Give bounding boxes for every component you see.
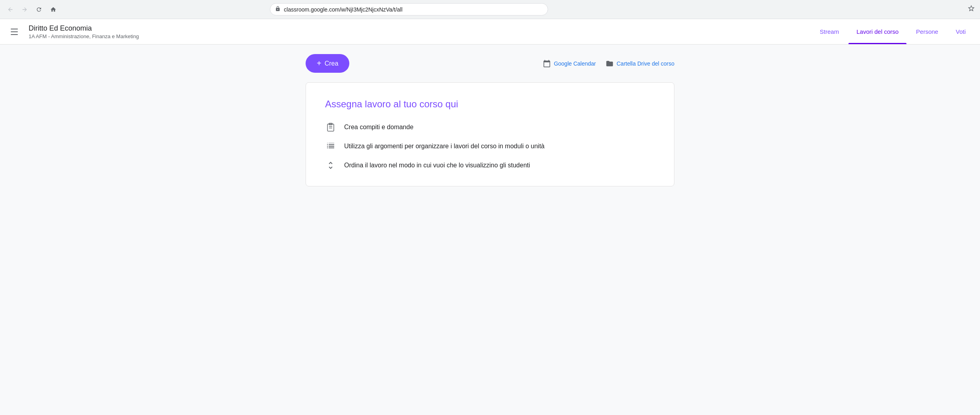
tab-voti[interactable]: Voti (948, 19, 974, 44)
info-item-3-text: Ordina il lavoro nel modo in cui vuoi ch… (344, 162, 530, 169)
course-info: Diritto Ed Economia 1A AFM - Amministraz… (29, 24, 139, 39)
tab-stream[interactable]: Stream (812, 19, 847, 44)
tab-lavori-del-corso[interactable]: Lavori del corso (848, 19, 906, 44)
tab-persone[interactable]: Persone (908, 19, 946, 44)
browser-chrome: classroom.google.com/w/NjI3Mjc2NjcxNzVa/… (0, 0, 980, 19)
forward-button[interactable] (19, 4, 30, 15)
folder-icon (606, 60, 614, 68)
info-item-1-text: Crea compiti e domande (344, 124, 413, 131)
main-content: + Crea Google Calendar Cartella Drive de… (299, 45, 681, 196)
info-item-3: Ordina il lavoro nel modo in cui vuoi ch… (325, 161, 655, 170)
svg-rect-4 (326, 144, 334, 144)
plus-icon: + (317, 59, 322, 68)
info-items: Crea compiti e domande Utilizza gli argo… (325, 122, 655, 170)
home-button[interactable] (48, 4, 59, 15)
drive-folder-label: Cartella Drive del corso (617, 60, 675, 67)
back-button[interactable] (5, 4, 16, 15)
info-card: Assegna lavoro al tuo corso qui Crea com… (306, 82, 674, 186)
quick-links: Google Calendar Cartella Drive del corso (543, 60, 674, 68)
menu-button[interactable] (6, 24, 22, 40)
course-subtitle: 1A AFM - Amministrazione, Finanza e Mark… (29, 33, 139, 39)
nav-tabs: Stream Lavori del corso Persone Voti (812, 19, 974, 44)
url-text: classroom.google.com/w/NjI3Mjc2NjcxNzVa/… (284, 6, 543, 13)
info-item-2-text: Utilizza gli argomenti per organizzare i… (344, 143, 544, 150)
google-calendar-label: Google Calendar (554, 60, 596, 67)
create-button-label: Crea (325, 60, 339, 67)
app-header: Diritto Ed Economia 1A AFM - Amministraz… (0, 19, 980, 45)
calendar-icon (543, 60, 551, 68)
browser-toolbar: classroom.google.com/w/NjI3Mjc2NjcxNzVa/… (0, 0, 980, 19)
hamburger-icon (11, 29, 18, 35)
info-card-title: Assegna lavoro al tuo corso qui (325, 99, 655, 110)
toolbar-row: + Crea Google Calendar Cartella Drive de… (306, 54, 674, 73)
clipboard-icon (325, 122, 336, 132)
address-bar[interactable]: classroom.google.com/w/NjI3Mjc2NjcxNzVa/… (270, 3, 548, 16)
sort-icon (325, 161, 336, 170)
bookmark-star-icon[interactable] (967, 4, 975, 14)
google-calendar-link[interactable]: Google Calendar (543, 60, 596, 68)
drive-folder-link[interactable]: Cartella Drive del corso (606, 60, 675, 68)
lock-icon (275, 6, 281, 13)
course-title: Diritto Ed Economia (29, 24, 139, 33)
info-item-1: Crea compiti e domande (325, 122, 655, 132)
reload-button[interactable] (33, 4, 45, 15)
create-button[interactable]: + Crea (306, 54, 349, 73)
list-icon (325, 142, 336, 151)
info-item-2: Utilizza gli argomenti per organizzare i… (325, 142, 655, 151)
